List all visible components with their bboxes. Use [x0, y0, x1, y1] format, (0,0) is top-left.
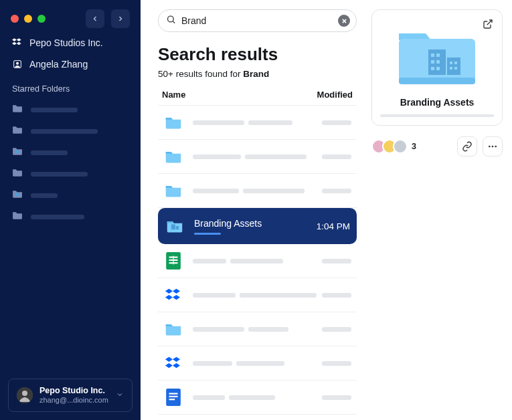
clear-search-button[interactable] [338, 15, 350, 27]
svg-rect-20 [169, 393, 178, 395]
search-icon [166, 15, 176, 27]
svg-rect-33 [436, 67, 440, 70]
search-input[interactable] [158, 9, 357, 32]
svg-rect-4 [15, 193, 18, 197]
preview-card: Branding Assets [371, 9, 503, 126]
sidebar-starred-item[interactable] [0, 185, 141, 206]
nav-forward-button[interactable] [111, 9, 130, 28]
nav-back-button[interactable] [86, 9, 104, 28]
result-row[interactable] [158, 346, 357, 381]
svg-rect-25 [399, 78, 475, 84]
placeholder-text [31, 150, 68, 155]
avatar-count[interactable]: 3 [412, 142, 416, 151]
svg-rect-21 [169, 396, 178, 397]
folder-icon [12, 168, 23, 180]
svg-rect-29 [436, 54, 440, 57]
starred-folders-label: Starred Folders [0, 75, 141, 99]
svg-point-1 [16, 62, 19, 65]
chevron-right-icon [116, 15, 124, 23]
result-modified: 1:04 PM [317, 221, 350, 231]
svg-rect-5 [18, 194, 20, 196]
folder-icon [12, 104, 23, 116]
sidebar-starred-item[interactable] [0, 163, 141, 185]
page-title: Search results [158, 44, 357, 65]
placeholder-text [193, 154, 322, 159]
account-email: zhang@...dioinc.com [39, 396, 108, 405]
close-window-icon[interactable] [11, 15, 19, 23]
column-name[interactable]: Name [162, 90, 185, 100]
more-actions-button[interactable] [483, 136, 503, 156]
dropbox-icon [163, 286, 183, 304]
result-row[interactable] [158, 174, 357, 208]
result-row[interactable] [158, 278, 357, 312]
svg-rect-37 [454, 67, 457, 70]
placeholder-text [31, 172, 88, 177]
svg-rect-28 [431, 54, 434, 57]
column-modified[interactable]: Modified [317, 90, 353, 100]
result-row[interactable] [158, 381, 357, 415]
user-name: Angela Zhang [29, 59, 88, 70]
placeholder-text [31, 193, 58, 198]
result-row[interactable] [158, 140, 357, 174]
sidebar: Pepo Studios Inc. Angela Zhang Starred F… [0, 0, 141, 420]
svg-rect-3 [18, 151, 20, 153]
placeholder-text [322, 259, 351, 264]
svg-point-7 [22, 391, 27, 396]
sidebar-starred-item[interactable] [0, 142, 141, 163]
placeholder-text [322, 120, 351, 125]
placeholder-text [31, 108, 78, 112]
copy-link-button[interactable] [457, 136, 477, 156]
folder-icon [163, 148, 183, 165]
dropbox-icon [12, 37, 23, 48]
placeholder-text [322, 395, 351, 400]
svg-rect-35 [454, 62, 457, 64]
svg-line-9 [173, 21, 175, 23]
result-row[interactable] [158, 415, 357, 420]
minimize-window-icon[interactable] [24, 15, 32, 23]
avatar [17, 387, 33, 403]
svg-point-39 [492, 146, 494, 148]
search-bar [158, 9, 357, 32]
open-external-button[interactable] [481, 17, 495, 31]
chevron-left-icon [91, 15, 99, 23]
result-row[interactable] [158, 312, 357, 346]
avatar[interactable] [393, 139, 408, 154]
svg-rect-34 [450, 62, 452, 64]
result-row[interactable] [158, 244, 357, 278]
account-switcher[interactable]: Pepo Studio Inc. zhang@...dioinc.com [8, 379, 133, 412]
results-list: Branding Assets1:04 PM [158, 106, 357, 420]
sidebar-starred-item[interactable] [0, 120, 141, 142]
svg-line-23 [487, 20, 492, 25]
window-controls [0, 9, 141, 28]
sidebar-starred-item[interactable] [0, 99, 141, 120]
folder-building-icon [165, 217, 185, 235]
chevron-down-icon [116, 389, 124, 401]
maximize-window-icon[interactable] [37, 15, 46, 23]
result-name: Branding Assets [194, 218, 317, 235]
result-row[interactable]: Branding Assets1:04 PM [158, 208, 357, 244]
placeholder-text [193, 293, 322, 298]
svg-rect-30 [431, 60, 434, 64]
placeholder-text [193, 120, 322, 125]
org-row[interactable]: Pepo Studios Inc. [0, 32, 141, 54]
folder-icon [12, 125, 23, 137]
placeholder-text [322, 327, 351, 332]
sidebar-starred-item[interactable] [0, 206, 141, 227]
placeholder-text [322, 189, 351, 193]
svg-rect-22 [169, 399, 175, 400]
placeholder-text [193, 189, 322, 193]
close-icon [341, 18, 347, 24]
result-row[interactable] [158, 106, 357, 140]
user-row[interactable]: Angela Zhang [0, 54, 141, 75]
svg-point-40 [495, 146, 497, 148]
svg-rect-27 [447, 58, 460, 75]
svg-rect-31 [436, 60, 440, 64]
placeholder-text [322, 361, 351, 366]
preview-title: Branding Assets [380, 97, 494, 108]
placeholder-text [31, 215, 84, 219]
preview-thumbnail [380, 18, 494, 92]
preview-toolbar: 3 [371, 136, 503, 156]
external-link-icon [483, 19, 493, 29]
svg-point-38 [489, 146, 491, 148]
doc-icon [163, 389, 183, 406]
